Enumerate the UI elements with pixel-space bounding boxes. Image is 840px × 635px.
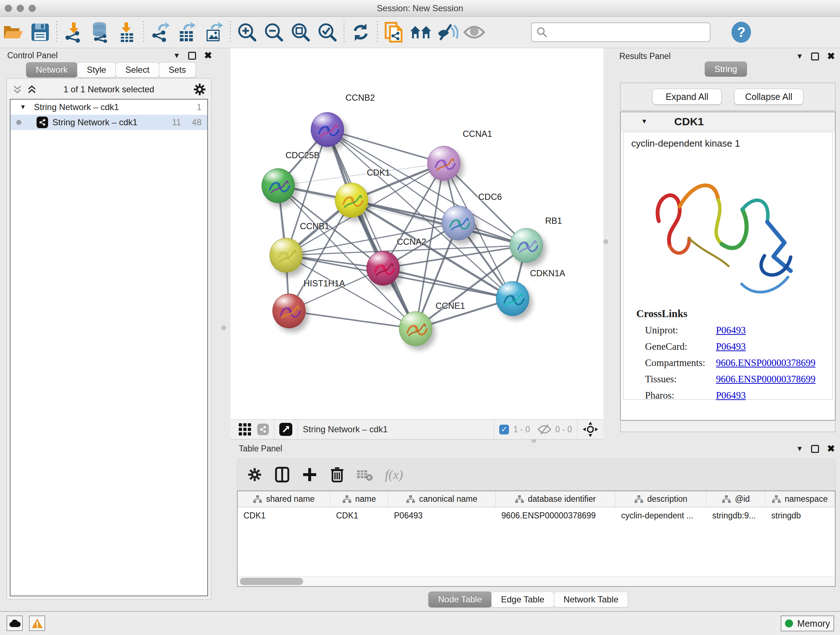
tab-network[interactable]: Network [26,62,77,78]
table-cell[interactable]: 9606.ENSP00000378699 [496,507,615,524]
column-header-canonical-name[interactable]: canonical name [388,491,496,507]
results-panel-close-icon[interactable]: ✖ [827,51,835,62]
birdseye-view-icon[interactable] [279,423,292,436]
node-CDC25B[interactable] [262,168,295,203]
zoom-out-button[interactable] [261,21,287,44]
zoom-fit-button[interactable] [287,21,314,44]
node-HIST1H1A[interactable] [272,294,306,328]
table-panel-float-icon[interactable] [811,445,819,453]
tab-style[interactable]: Style [77,62,116,78]
table-cell[interactable]: CDK1 [330,507,388,524]
column-header-namespace[interactable]: namespace [766,491,834,507]
cloud-button[interactable] [6,616,23,631]
table-cell[interactable]: P06493 [388,507,496,524]
column-header-shared-name[interactable]: shared name [238,491,330,507]
network-options-gear-icon[interactable] [194,83,206,96]
edge-CCNB2-CCNA1[interactable] [327,130,444,163]
open-session-button[interactable] [0,21,27,44]
delete-column-button[interactable] [324,462,351,487]
edge-CDK1-RB1[interactable] [352,200,526,245]
edge-CCNB2-CCNE1[interactable] [327,130,416,329]
table-cell[interactable]: stringdb:9... [706,507,766,524]
table-settings-button[interactable] [241,462,268,487]
node-CDK1[interactable] [335,183,368,218]
network-row-selected[interactable]: String Network – cdk1 11 48 [11,115,207,130]
results-panel-float-icon[interactable] [811,52,819,60]
collapse-all-button[interactable]: Collapse All [734,89,804,105]
tab-string[interactable]: String [705,62,747,77]
tab-network-table[interactable]: Network Table [554,592,628,608]
help-button[interactable]: ? [731,22,751,43]
string-home-button[interactable] [407,21,434,44]
node-CDC6[interactable] [442,206,475,241]
network-collection-row[interactable]: ▼ String Network – cdk1 1 [11,100,207,115]
node-CCNA2[interactable] [366,251,400,286]
column-header-name[interactable]: name [330,491,388,507]
result-expand-caret[interactable]: ▼ [641,118,647,125]
add-column-button[interactable] [296,462,324,487]
fit-selected-crosshair-icon[interactable] [583,421,598,437]
import-network-database-button[interactable] [87,21,114,44]
crosslink-value-link[interactable]: P06493 [716,325,746,336]
crosslink-value-link[interactable]: 9606.ENSP00000378699 [716,357,815,369]
apply-layout-button[interactable] [347,21,374,44]
crosslink-value-link[interactable]: P06493 [716,341,746,352]
tab-node-table[interactable]: Node Table [428,592,492,608]
import-network-file-button[interactable] [60,21,87,44]
results-scrollbar-track[interactable] [620,421,836,432]
node-CCNB1[interactable] [270,238,303,272]
left-splitter-handle[interactable] [221,325,226,330]
control-panel-collapse-icon[interactable]: ▼ [173,51,180,60]
expand-all-button[interactable]: Expand All [652,89,722,105]
column-header--id[interactable]: @id [706,491,766,507]
function-builder-button[interactable]: f(x) [385,467,403,482]
show-eye-button[interactable] [461,21,488,44]
table-cell[interactable]: cyclin-dependent ... [615,507,706,524]
node-CCNE1[interactable] [399,311,432,346]
tab-sets[interactable]: Sets [159,62,196,78]
import-table-file-button[interactable] [114,21,141,44]
table-panel-collapse-icon[interactable]: ▼ [796,445,803,453]
table-cell[interactable]: stringdb [766,507,834,524]
duplicate-network-button[interactable] [381,21,407,44]
toolbar-search[interactable] [531,22,711,42]
warning-button[interactable] [29,616,45,631]
search-input[interactable] [548,27,699,37]
crosslink-value-link[interactable]: P06493 [716,390,746,401]
save-session-button[interactable] [27,21,54,44]
delete-table-button[interactable] [351,462,378,487]
collection-expand-caret[interactable]: ▼ [20,103,26,111]
node-CCNA1[interactable] [427,146,461,181]
control-panel-close-icon[interactable]: ✖ [204,50,212,61]
table-hscrollbar-thumb[interactable] [240,578,303,585]
edge-HIST1H1A-CCNE1[interactable] [289,311,416,329]
right-splitter-handle[interactable] [603,239,608,244]
table-row[interactable]: CDK1CDK1P064939606.ENSP00000378699cyclin… [238,507,835,524]
tab-edge-table[interactable]: Edge Table [491,592,554,608]
show-columns-button[interactable] [268,462,296,487]
node-CDKN1A[interactable] [496,281,529,316]
tab-select[interactable]: Select [115,62,159,78]
grid-view-icon[interactable] [238,423,251,436]
column-header-database-identifier[interactable]: database identifier [496,491,615,507]
zoom-selected-button[interactable] [314,21,341,44]
column-header-description[interactable]: description [615,491,706,507]
table-cell[interactable]: CDK1 [238,507,330,524]
export-image-button[interactable] [201,21,227,44]
control-panel-float-icon[interactable] [188,52,196,60]
memory-button[interactable]: Memory [781,616,834,631]
node-RB1[interactable] [510,228,543,263]
node-CCNB2[interactable] [311,112,344,147]
export-table-button[interactable] [174,21,201,44]
result-node-header[interactable]: ▼ CDK1 [621,112,835,131]
results-panel-collapse-icon[interactable]: ▼ [796,52,803,60]
export-network-button[interactable] [147,21,174,44]
table-hscrollbar-track[interactable] [238,576,835,586]
zoom-in-button[interactable] [234,21,261,44]
string-network-icon[interactable] [257,424,269,435]
table-panel-close-icon[interactable]: ✖ [827,443,835,454]
selected-checkbox-icon[interactable]: ✓ [499,424,509,434]
crosslink-value-link[interactable]: 9606.ENSP00000378699 [716,374,815,385]
network-canvas[interactable]: CCNB2CCNA1CDC25BCDK1CDC6RB1CCNB1CCNA2CDK… [231,48,603,419]
hide-panel-eye-button[interactable] [434,21,461,44]
